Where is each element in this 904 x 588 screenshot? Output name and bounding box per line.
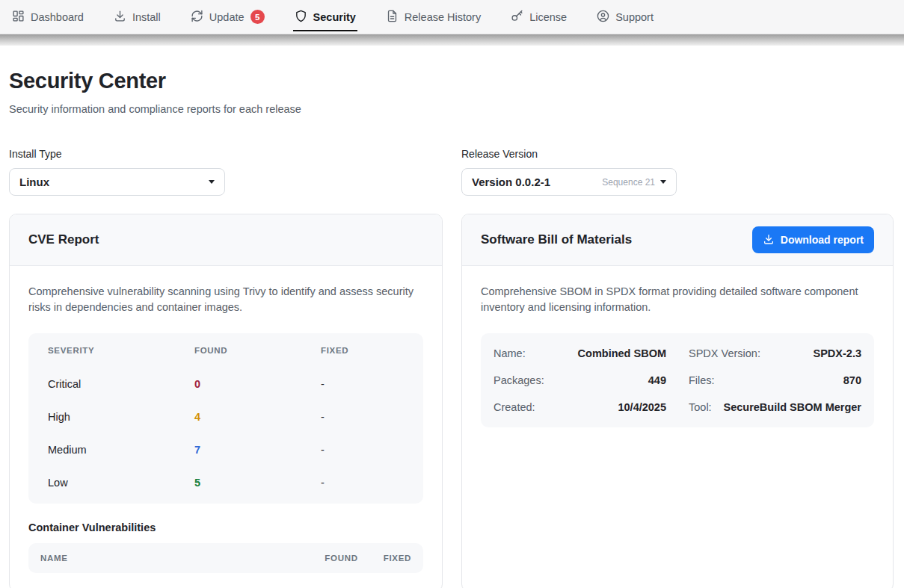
update-count-badge: 5 (250, 10, 265, 24)
severity-name: Low (48, 477, 194, 489)
severity-fixed: - (321, 477, 404, 489)
nav-label-security: Security (313, 11, 356, 23)
download-report-button[interactable]: Download report (752, 226, 874, 253)
found-col-header: FOUND (325, 554, 357, 563)
sbom-detail-created: Created: 10/4/2025 (493, 394, 666, 421)
sbom-detail-spdx-version: SPDX Version: SPDX-2.3 (689, 340, 861, 367)
fixed-col-header: FIXED (321, 346, 404, 355)
sbom-header: Software Bill of Materials Download repo… (462, 214, 893, 266)
severity-name: Critical (48, 378, 194, 390)
detail-label: Packages: (493, 374, 544, 386)
sbom-description: Comprehensive SBOM in SPDX format provid… (481, 284, 874, 315)
sbom-details-panel: Name: Combined SBOM SPDX Version: SPDX-2… (481, 333, 874, 427)
header-shadow (0, 34, 904, 46)
detail-label: Created: (493, 401, 535, 413)
severity-found-3: 5 (194, 477, 321, 489)
release-version-label: Release Version (461, 148, 894, 160)
severity-found-1: 4 (194, 411, 321, 423)
found-col-header: FOUND (194, 346, 321, 355)
table-row: Critical 0 - (48, 368, 404, 400)
detail-value: Combined SBOM (578, 347, 666, 359)
document-icon (386, 10, 399, 25)
shield-icon (295, 10, 307, 25)
fixed-col-header: FIXED (384, 554, 411, 563)
sbom-body: Comprehensive SBOM in SPDX format provid… (462, 266, 893, 445)
support-icon (597, 10, 609, 25)
severity-found-2: 7 (194, 444, 321, 456)
severity-found-0: 0 (194, 378, 321, 390)
detail-value: SecureBuild SBOM Merger (723, 401, 861, 413)
detail-value: 870 (843, 374, 861, 386)
sbom-card: Software Bill of Materials Download repo… (461, 214, 894, 588)
severity-table-header: SEVERITY FOUND FIXED (48, 333, 404, 368)
nav-item-update[interactable]: Update 5 (191, 0, 265, 34)
severity-col-header: SEVERITY (48, 346, 194, 355)
table-row: Low 5 - (48, 466, 404, 499)
chevron-down-icon (660, 180, 666, 184)
cve-report-card: CVE Report Comprehensive vulnerability s… (9, 214, 443, 588)
nav-label-install: Install (132, 11, 161, 23)
nav-item-install[interactable]: Install (114, 0, 161, 34)
nav-item-license[interactable]: License (511, 0, 567, 34)
sbom-detail-tool: Tool: SecureBuild SBOM Merger (689, 394, 861, 421)
nav-label-support: Support (615, 11, 654, 23)
detail-label: SPDX Version: (689, 347, 760, 359)
chevron-down-icon (209, 180, 215, 184)
nav-label-release-history: Release History (405, 11, 481, 23)
cards-row: CVE Report Comprehensive vulnerability s… (9, 214, 894, 588)
cve-report-description: Comprehensive vulnerability scanning usi… (28, 284, 423, 315)
container-vulnerabilities-title: Container Vulnerabilities (28, 522, 423, 533)
release-version-select[interactable]: Version 0.0.2-1 Sequence 21 (461, 168, 677, 196)
table-row: Medium 7 - (48, 433, 404, 466)
key-icon (511, 10, 523, 25)
page-subtitle: Security information and compliance repo… (9, 103, 894, 115)
cve-report-title: CVE Report (28, 232, 99, 247)
page-title: Security Center (9, 68, 894, 93)
download-icon (114, 10, 126, 25)
detail-label: Tool: (689, 401, 712, 413)
detail-label: Files: (689, 374, 715, 386)
release-version-field: Release Version Version 0.0.2-1 Sequence… (461, 148, 894, 196)
nav-item-support[interactable]: Support (597, 0, 654, 34)
release-version-value: Version 0.0.2-1 (472, 176, 550, 188)
sbom-title: Software Bill of Materials (481, 232, 632, 247)
sbom-detail-files: Files: 870 (689, 367, 861, 394)
sbom-detail-name: Name: Combined SBOM (493, 340, 666, 367)
install-type-value: Linux (19, 176, 49, 188)
cve-report-header: CVE Report (10, 214, 442, 266)
detail-value: 449 (648, 374, 666, 386)
container-table-header: NAME FOUND FIXED (28, 543, 423, 573)
detail-value: SPDX-2.3 (814, 347, 861, 359)
install-type-label: Install Type (9, 148, 443, 160)
severity-table: SEVERITY FOUND FIXED Critical 0 - High 4… (28, 333, 423, 504)
nav-item-security[interactable]: Security (295, 0, 356, 34)
refresh-icon (191, 10, 203, 25)
download-report-label: Download report (781, 234, 864, 246)
severity-fixed: - (321, 378, 404, 390)
filters-row: Install Type Linux Release Version Versi… (9, 148, 894, 196)
detail-label: Name: (493, 347, 526, 359)
severity-name: High (48, 411, 194, 423)
table-row: High 4 - (48, 400, 404, 433)
severity-fixed: - (321, 411, 404, 423)
nav-label-license: License (529, 11, 567, 23)
nav-label-update: Update (209, 11, 245, 23)
nav-item-release-history[interactable]: Release History (386, 0, 481, 34)
dashboard-icon (12, 10, 25, 25)
severity-name: Medium (48, 444, 194, 456)
install-type-select[interactable]: Linux (9, 168, 225, 196)
top-nav: Dashboard Install Update 5 Security Rele… (0, 0, 904, 34)
sbom-detail-packages: Packages: 449 (493, 367, 666, 394)
release-sequence-hint: Sequence 21 (602, 177, 655, 188)
install-type-field: Install Type Linux (9, 148, 443, 196)
severity-fixed: - (321, 444, 404, 456)
nav-item-dashboard[interactable]: Dashboard (12, 0, 84, 34)
name-col-header: NAME (40, 554, 325, 563)
main-content: Security Center Security information and… (0, 46, 904, 588)
nav-label-dashboard: Dashboard (31, 11, 84, 23)
download-icon (763, 233, 775, 247)
detail-value: 10/4/2025 (618, 401, 666, 413)
cve-report-body: Comprehensive vulnerability scanning usi… (10, 266, 442, 588)
